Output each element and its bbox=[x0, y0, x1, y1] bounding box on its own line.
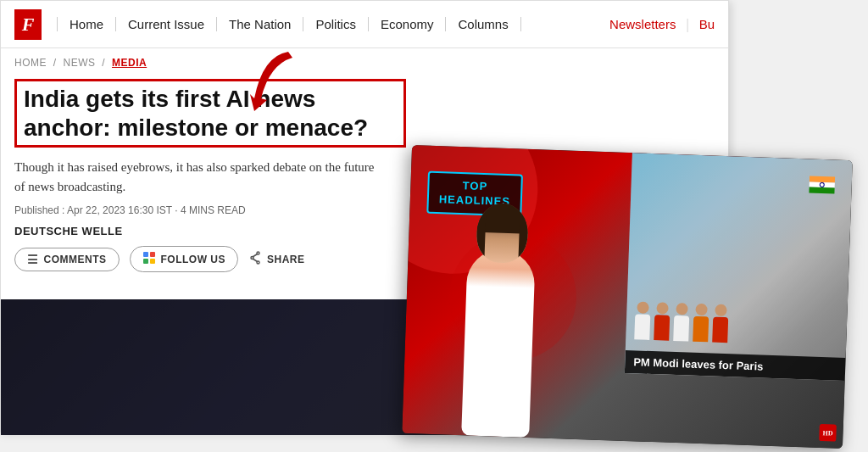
person-2 bbox=[654, 302, 670, 341]
breadcrumb-home[interactable]: HOME bbox=[14, 57, 47, 69]
svg-rect-1 bbox=[150, 252, 155, 257]
nav-newsletters[interactable]: Newsletters bbox=[609, 17, 676, 31]
breadcrumb-news[interactable]: NEWS bbox=[64, 57, 96, 69]
share-icon bbox=[248, 251, 262, 267]
person-3 bbox=[673, 303, 690, 342]
follow-label: FOLLOW US bbox=[161, 254, 226, 265]
breadcrumb-sep-1: / bbox=[53, 57, 60, 69]
anchor-head bbox=[476, 203, 528, 264]
share-label: SHARE bbox=[267, 254, 305, 265]
anchor-body bbox=[461, 248, 536, 438]
nav-home[interactable]: Home bbox=[57, 17, 116, 31]
news-card: TOP HEADLINES आज तक AI bbox=[402, 145, 853, 449]
comments-button[interactable]: ☰ COMMENTS bbox=[14, 248, 120, 271]
site-logo[interactable]: F bbox=[14, 9, 42, 40]
people-row bbox=[634, 301, 729, 343]
article-summary: Though it has raised eyebrows, it has al… bbox=[14, 158, 387, 196]
person-body-3 bbox=[673, 315, 689, 342]
anchor-hair-left bbox=[476, 215, 486, 264]
nav-politics[interactable]: Politics bbox=[303, 17, 369, 31]
person-body-4 bbox=[693, 316, 709, 343]
nav-current-issue[interactable]: Current Issue bbox=[116, 17, 217, 31]
breadcrumb-sep-2: / bbox=[102, 57, 108, 69]
comments-label: COMMENTS bbox=[44, 254, 107, 265]
anchor-figure bbox=[427, 180, 571, 438]
nav-right: Newsletters | Bu bbox=[609, 17, 715, 32]
headline-wrapper: India gets its first AI news anchor: mil… bbox=[14, 79, 406, 148]
flag-green bbox=[809, 187, 834, 193]
person-head-1 bbox=[637, 301, 648, 313]
nav-business[interactable]: Bu bbox=[699, 17, 715, 31]
comments-icon: ☰ bbox=[27, 253, 39, 266]
person-head-2 bbox=[656, 302, 668, 314]
article-headline: India gets its first AI news anchor: mil… bbox=[24, 85, 397, 142]
follow-button[interactable]: FOLLOW US bbox=[130, 246, 239, 272]
news-card-inner: TOP HEADLINES आज तक AI bbox=[402, 145, 853, 449]
svg-rect-0 bbox=[143, 252, 148, 257]
person-head-4 bbox=[695, 304, 707, 315]
navigation-bar: F Home Current Issue The Nation Politics… bbox=[1, 1, 728, 48]
anchor-hair-right bbox=[518, 217, 529, 264]
person-1 bbox=[634, 301, 651, 340]
person-5 bbox=[712, 304, 729, 343]
follow-icon bbox=[142, 251, 156, 267]
nav-separator: | bbox=[686, 17, 688, 32]
person-head-3 bbox=[676, 303, 687, 315]
person-4 bbox=[693, 304, 709, 343]
person-body-2 bbox=[654, 315, 670, 341]
nav-economy[interactable]: Economy bbox=[369, 17, 447, 31]
nav-columns[interactable]: Columns bbox=[446, 17, 520, 31]
caption-text: PM Modi leaves for Paris bbox=[633, 355, 764, 372]
street-scene: PM Modi leaves for Paris bbox=[625, 153, 853, 381]
breadcrumb: HOME / NEWS / MEDIA bbox=[1, 48, 728, 74]
logo-f-icon: F bbox=[14, 9, 42, 40]
person-head-5 bbox=[715, 304, 726, 316]
svg-rect-3 bbox=[150, 259, 155, 264]
breadcrumb-media[interactable]: MEDIA bbox=[112, 57, 147, 69]
person-body-1 bbox=[634, 314, 650, 340]
nav-items: Home Current Issue The Nation Politics E… bbox=[57, 17, 609, 31]
share-button[interactable]: SHARE bbox=[248, 251, 305, 267]
svg-rect-2 bbox=[143, 259, 148, 264]
nav-the-nation[interactable]: The Nation bbox=[217, 17, 303, 31]
indian-flag bbox=[809, 176, 835, 193]
corner-marker: HD bbox=[819, 424, 837, 442]
person-body-5 bbox=[712, 317, 728, 343]
